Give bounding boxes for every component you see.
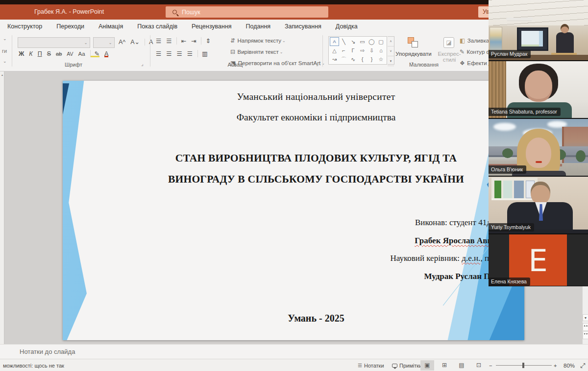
- slide-title-line2: ВИНОГРАДУ В СІЛЬСЬКОМУ ГОСПОДАРСТВІ УКРА…: [112, 173, 520, 186]
- fit-slide-button[interactable]: ⤢: [580, 359, 585, 371]
- classroom-screen: [517, 27, 548, 51]
- columns-button[interactable]: ▥: [197, 50, 208, 57]
- shape-icon[interactable]: ◯: [367, 37, 376, 46]
- tab-design[interactable]: Конструктор: [7, 23, 42, 30]
- increase-indent-button[interactable]: ⇥: [191, 37, 196, 45]
- shape-icon[interactable]: ▭: [358, 37, 367, 46]
- next-slide-button[interactable]: ▼▼: [583, 331, 588, 339]
- zoom-out-button[interactable]: −: [489, 359, 492, 371]
- scroll-down-icon[interactable]: ▼: [583, 314, 588, 321]
- shape-effects-icon: ❖: [460, 60, 465, 67]
- bold-button[interactable]: Ж: [19, 50, 24, 57]
- chevron-down-icon: ⌄: [109, 41, 112, 45]
- grow-font-button[interactable]: A^: [119, 39, 125, 46]
- video-tile-elena-knyazeva[interactable]: E Елена Князева: [489, 234, 588, 286]
- shape-icon[interactable]: ☆: [376, 55, 386, 64]
- shape-icon[interactable]: {: [358, 55, 367, 64]
- tab-transitions[interactable]: Переходи: [56, 23, 84, 30]
- shape-icon[interactable]: ↘: [348, 37, 358, 46]
- chevron-down-icon[interactable]: ⌄: [3, 59, 7, 64]
- chevron-down-icon[interactable]: ⌄: [3, 36, 7, 41]
- text-direction-button[interactable]: Напрямок тексту: [238, 38, 282, 44]
- tab-help[interactable]: Довідка: [336, 23, 358, 30]
- shape-icon[interactable]: ╲: [339, 37, 348, 46]
- highlight-button[interactable]: ✎: [90, 50, 99, 57]
- align-right-button[interactable]: ☰: [176, 50, 182, 57]
- zoom-in-button[interactable]: +: [554, 359, 557, 371]
- align-text-button[interactable]: Вирівняти текст: [238, 49, 279, 55]
- notes-placeholder: Нотатки до слайда: [20, 348, 75, 355]
- slide-credit-supervisor-name: Мудрак Руслан Петр: [210, 272, 503, 281]
- shape-icon[interactable]: ∿: [348, 55, 358, 64]
- underline-button[interactable]: П: [38, 50, 42, 57]
- shape-icon[interactable]: }: [367, 55, 376, 64]
- bullets-button[interactable]: ☰: [156, 37, 161, 45]
- shape-icon[interactable]: ↝: [330, 55, 339, 64]
- notes-toggle-button[interactable]: ☰ Нотатки: [358, 359, 384, 371]
- shape-outline-button[interactable]: Контур ф: [467, 49, 491, 55]
- tab-recording[interactable]: Записування: [285, 23, 321, 30]
- shape-icon[interactable]: ⌒: [339, 55, 348, 64]
- paragraph-group-label: Абзац: [211, 62, 260, 68]
- arrange-button[interactable]: Упорядкувати: [392, 51, 435, 57]
- thumbnail-scroll-up-icon[interactable]: ▲: [0, 73, 4, 76]
- clear-formatting-button[interactable]: A: [145, 39, 153, 46]
- shape-icon[interactable]: A: [330, 37, 339, 46]
- shrink-font-button[interactable]: A⌄: [130, 38, 140, 46]
- font-dialog-launcher[interactable]: ⌟: [141, 61, 144, 67]
- shape-icon[interactable]: ▢: [376, 37, 386, 46]
- reading-view-button[interactable]: ▤: [455, 360, 468, 371]
- tab-slideshow[interactable]: Показ слайдів: [137, 23, 177, 30]
- shapes-scroll-up-icon[interactable]: ˄: [388, 37, 394, 46]
- shape-icon[interactable]: ⇩: [367, 46, 376, 55]
- decrease-indent-button[interactable]: ⇤: [176, 37, 186, 45]
- search-input[interactable]: Пошук: [166, 6, 328, 18]
- character-spacing-button[interactable]: AV: [67, 51, 73, 57]
- normal-view-button[interactable]: ▣: [420, 360, 434, 371]
- zoom-level[interactable]: 80%: [564, 359, 575, 371]
- shape-icon[interactable]: △: [330, 46, 339, 55]
- shapes-gallery[interactable]: A ╲ ↘ ▭ ◯ ▢ △ ⌐ Γ ⇨ ⇩ ⌂ ↝ ⌒ ∿ { } ☆: [328, 36, 387, 65]
- italic-button[interactable]: К: [29, 50, 32, 57]
- numbering-button[interactable]: ☰: [166, 37, 172, 45]
- previous-slide-button[interactable]: ▲▲: [583, 323, 588, 331]
- slide-thumbnail-panel[interactable]: ▲: [0, 71, 4, 344]
- shape-icon[interactable]: ⇨: [358, 46, 367, 55]
- status-bar: можливості: щось не так ☰ Нотатки Приміт…: [0, 359, 588, 371]
- font-color-button[interactable]: A: [104, 50, 108, 57]
- shapes-gallery-scroll[interactable]: ˄ ˅ ▾: [388, 36, 394, 65]
- video-tile-olha-vyunyk[interactable]: Ольга В'юник: [489, 119, 588, 176]
- align-center-button[interactable]: ☰: [166, 50, 172, 57]
- shape-icon[interactable]: Γ: [348, 46, 358, 55]
- align-left-button[interactable]: ☰: [156, 50, 161, 57]
- shapes-more-icon[interactable]: ▾: [388, 56, 394, 66]
- shape-icon[interactable]: ⌂: [376, 46, 386, 55]
- zoom-slider-thumb[interactable]: [522, 363, 524, 368]
- change-case-button[interactable]: Aa: [78, 51, 85, 57]
- slideshow-button[interactable]: ⊡: [472, 360, 486, 371]
- font-size-select[interactable]: ⌄: [93, 37, 115, 48]
- tab-animations[interactable]: Анімація: [98, 23, 123, 30]
- font-name-select[interactable]: ⌄: [18, 37, 90, 48]
- chevron-down-icon: ⌄: [282, 39, 286, 43]
- window-title: Грабек Я.А. - PowerPoint: [34, 4, 104, 20]
- tab-review[interactable]: Рецензування: [192, 23, 231, 30]
- strikethrough-button[interactable]: S: [47, 50, 51, 57]
- notes-panel[interactable]: Нотатки до слайда: [0, 344, 588, 359]
- slide-university-line: Уманський національний університет: [112, 92, 520, 102]
- accessibility-status[interactable]: можливості: щось не так: [3, 359, 64, 371]
- line-spacing-button[interactable]: ⇕: [201, 37, 210, 45]
- participant-name-label: Yuriy Tsymbalyuk: [489, 223, 534, 232]
- comments-toggle-button[interactable]: Примітки: [392, 359, 422, 371]
- video-tile-ruslan-mudrak[interactable]: Руслан Мудрак: [489, 0, 588, 61]
- tab-view[interactable]: Подання: [246, 23, 270, 30]
- paragraph-dialog-launcher[interactable]: ⌟: [316, 61, 318, 67]
- shape-effects-button[interactable]: Ефекти д: [467, 60, 491, 66]
- justify-button[interactable]: ☰: [187, 50, 193, 57]
- shape-icon[interactable]: ⌐: [339, 46, 348, 55]
- slide-sorter-view-button[interactable]: ⊞: [438, 360, 451, 371]
- video-tile-yuriy-tsymbalyuk[interactable]: Yuriy Tsymbalyuk: [489, 177, 588, 234]
- slide-canvas[interactable]: Уманський національний університет Факул…: [63, 81, 524, 340]
- strikethrough-ab-button[interactable]: ab: [56, 51, 62, 57]
- video-tile-tetiana-shabatura[interactable]: Tetiana Shabatura, professor: [489, 61, 588, 118]
